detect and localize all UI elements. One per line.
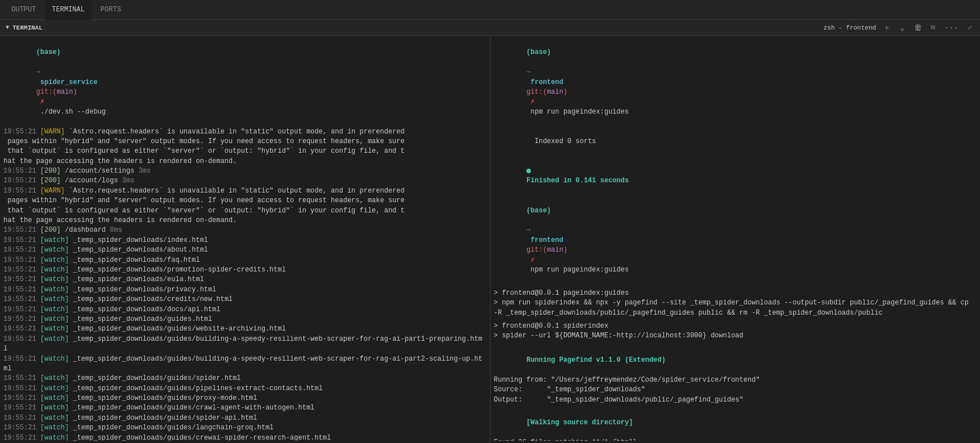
warn-line-2c: that `output` is configured as either `"…: [3, 206, 487, 216]
npm-output-1: > frontend@0.0.1 pageindex:guides: [494, 289, 977, 298]
left-prompt-1: (base) → spider_service git:(main) ✗ ./d…: [3, 38, 487, 127]
terminal-body: (base) → spider_service git:(main) ✗ ./d…: [0, 36, 980, 443]
log-200-logs: 19:55:21 [200] /account/logs 3ms: [3, 176, 487, 186]
running-from: Running from: "/Users/jeffreymendez/Code…: [494, 375, 977, 385]
watch-proxy: 19:55:21 [watch] _temp_spider_downloads/…: [3, 394, 487, 403]
ellipsis-icon[interactable]: ···: [942, 22, 961, 34]
watch-about: 19:55:21 [watch] _temp_spider_downloads/…: [3, 245, 487, 255]
terminal-header-left: ▼ TERMINAL: [6, 24, 43, 31]
watch-privacy: 19:55:21 [watch] _temp_spider_downloads/…: [3, 285, 487, 295]
shell-label: zsh - frontend: [824, 24, 876, 31]
right-pane-content[interactable]: (base) → frontend git:(main) ✗ npm run p…: [494, 38, 977, 441]
terminal-title: TERMINAL: [13, 24, 43, 31]
log-200-settings: 19:55:21 [200] /account/settings 3ms: [3, 166, 487, 176]
warn-line-1c: that `output` is configured as either `"…: [3, 147, 487, 156]
watch-docs-api: 19:55:21 [watch] _temp_spider_downloads/…: [3, 305, 487, 315]
watch-crewai: 19:55:21 [watch] _temp_spider_downloads/…: [3, 433, 487, 441]
watch-spider-api: 19:55:21 [watch] _temp_spider_downloads/…: [3, 413, 487, 423]
split-terminal-icon[interactable]: ⌄: [898, 22, 907, 34]
watch-langchain: 19:55:21 [watch] _temp_spider_downloads/…: [3, 423, 487, 433]
terminal-header: ▼ TERMINAL zsh - frontend ＋ ⌄ 🗑 ⊟ ··· ⤢: [0, 20, 980, 36]
left-pane: (base) → spider_service git:(main) ✗ ./d…: [0, 36, 491, 443]
tab-ports[interactable]: PORTS: [94, 0, 128, 20]
spider-output-2: > spider --url ${DOMAIN_NAME:-http://loc…: [494, 331, 977, 341]
right-prompt-2: (base) → frontend git:(main) ✗ npm run p…: [494, 196, 977, 285]
running-pagefind: Running Pagefind v1.1.0 (Extended): [494, 346, 977, 375]
watch-website-archiving: 19:55:21 [watch] _temp_spider_downloads/…: [3, 324, 487, 334]
warn-line-1b: pages within "hybrid" and "server" outpu…: [3, 137, 487, 147]
npm-output-2: > npm run spiderindex && npx -y pagefind…: [494, 298, 977, 318]
watch-part1: 19:55:21 [watch] _temp_spider_downloads/…: [3, 335, 487, 354]
right-pane: (base) → frontend git:(main) ✗ npm run p…: [491, 36, 981, 443]
watch-faq: 19:55:21 [watch] _temp_spider_downloads/…: [3, 256, 487, 265]
tab-terminal[interactable]: TERMINAL: [45, 0, 92, 20]
watch-index: 19:55:21 [watch] _temp_spider_downloads/…: [3, 236, 487, 245]
tab-output[interactable]: OUTPUT: [5, 0, 43, 20]
watch-promotion: 19:55:21 [watch] _temp_spider_downloads/…: [3, 265, 487, 275]
maximize-icon[interactable]: ⤢: [965, 23, 974, 32]
watch-eula: 19:55:21 [watch] _temp_spider_downloads/…: [3, 275, 487, 285]
watch-pipelines: 19:55:21 [watch] _temp_spider_downloads/…: [3, 384, 487, 394]
right-prompt-1: (base) → frontend git:(main) ✗ npm run p…: [494, 38, 977, 127]
warn-line-2: 19:55:21 [WARN] `Astro.request.headers` …: [3, 186, 487, 196]
watch-spider: 19:55:21 [watch] _temp_spider_downloads/…: [3, 374, 487, 383]
warn-line-1: 19:55:21 [WARN] `Astro.request.headers` …: [3, 127, 487, 137]
right-finished-1: Finished in 0.141 seconds: [494, 157, 977, 197]
trash-icon[interactable]: 🗑: [912, 22, 924, 34]
warn-line-1d: hat the page accessing the headers is re…: [3, 157, 487, 166]
tab-bar: OUTPUT TERMINAL PORTS: [0, 0, 980, 20]
watch-crawl-agent: 19:55:21 [watch] _temp_spider_downloads/…: [3, 403, 487, 413]
right-indexed-sorts-1: Indexed 0 sorts: [494, 127, 977, 157]
terminal-header-right: zsh - frontend ＋ ⌄ 🗑 ⊟ ··· ⤢: [824, 22, 974, 34]
warn-line-2d: hat the page accessing the headers is re…: [3, 216, 487, 225]
output-line: Output: "_temp_spider_downloads/public/_…: [494, 395, 977, 405]
log-200-dashboard: 19:55:21 [200] /dashboard 8ms: [3, 225, 487, 235]
add-terminal-icon[interactable]: ＋: [881, 22, 893, 34]
watch-part2: 19:55:21 [watch] _temp_spider_downloads/…: [3, 354, 487, 374]
warn-line-2b: pages within "hybrid" and "server" outpu…: [3, 196, 487, 206]
spider-output-1: > frontend@0.0.1 spiderindex: [494, 321, 977, 331]
found-files: Found 26 files matching **/*.{html}: [494, 438, 977, 441]
source-line: Source: "_temp_spider_downloads": [494, 385, 977, 395]
walking-source: [Walking source directory]: [494, 408, 977, 438]
watch-guides: 19:55:21 [watch] _temp_spider_downloads/…: [3, 315, 487, 324]
chevron-down-icon[interactable]: ▼: [6, 24, 9, 31]
split-icon[interactable]: ⊟: [929, 22, 937, 33]
watch-credits-new: 19:55:21 [watch] _temp_spider_downloads/…: [3, 295, 487, 304]
left-pane-content[interactable]: (base) → spider_service git:(main) ✗ ./d…: [3, 38, 487, 441]
